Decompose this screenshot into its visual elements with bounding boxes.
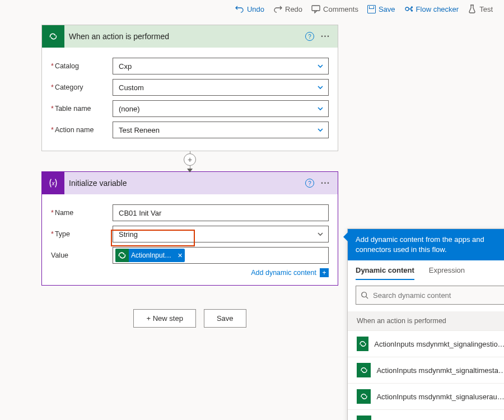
svg-point-1: [405, 7, 409, 11]
dc-item[interactable]: ActionInputs msdynmkt_signalingestiontim…: [348, 330, 504, 357]
trigger-menu-button[interactable]: ···: [318, 29, 333, 44]
dataverse-icon: [357, 363, 371, 377]
connector: +: [41, 151, 338, 171]
flow-checker-label: Flow checker: [416, 5, 459, 13]
trigger-help-button[interactable]: ?: [302, 29, 318, 44]
trigger-title: When an action is performed: [64, 32, 302, 41]
dc-item-label: ActionInputs msdynmkt_signalingestiontim…: [374, 340, 504, 348]
redo-button[interactable]: Redo: [273, 4, 302, 13]
category-dropdown[interactable]: Custom: [113, 79, 329, 96]
action-card: x Initialize variable ? ··· *Name *Type …: [41, 171, 338, 286]
flow-checker-button[interactable]: Flow checker: [404, 4, 459, 13]
action-title: Initialize variable: [64, 179, 302, 188]
top-toolbar: Undo Redo Comments Save Flow checker Tes…: [0, 0, 504, 18]
svg-text:x: x: [51, 180, 55, 186]
new-step-button[interactable]: + New step: [133, 309, 195, 328]
add-dynamic-content-link[interactable]: Add dynamic content +: [51, 268, 329, 277]
dc-item[interactable]: ActionInputs msdynmkt_profileid: [348, 409, 504, 420]
dc-hint: Add dynamic content from the apps and co…: [348, 229, 504, 260]
footer-buttons: + New step Save: [41, 309, 338, 328]
svg-rect-0: [312, 6, 320, 11]
type-dropdown[interactable]: String: [113, 226, 329, 242]
svg-point-3: [411, 10, 412, 11]
dc-search-box[interactable]: [356, 286, 504, 305]
dataverse-icon: [42, 25, 64, 48]
save-label: Save: [379, 5, 395, 13]
table-label: *Table name: [51, 105, 113, 113]
tab-expression[interactable]: Expression: [429, 266, 465, 280]
insert-step-button[interactable]: +: [184, 153, 196, 166]
svg-point-2: [411, 7, 412, 8]
dc-item[interactable]: ActionInputs msdynmkt_signaluserauthid: [348, 383, 504, 409]
dc-item-label: ActionInputs msdynmkt_signaltimestamp: [376, 366, 504, 375]
dc-group-header: When an action is performed: [348, 311, 504, 330]
table-dropdown[interactable]: (none): [113, 100, 329, 117]
action-body: *Name *Type String Value: [42, 194, 338, 285]
dataverse-icon: [357, 337, 368, 351]
name-input[interactable]: [113, 204, 329, 221]
variable-icon: x: [42, 172, 64, 194]
save-flow-button[interactable]: Save: [204, 309, 246, 328]
trigger-body: *Catalog Cxp *Category Custom: [42, 48, 338, 151]
action-name-label: *Action name: [51, 126, 113, 134]
dataverse-icon: [357, 416, 371, 420]
dynamic-content-panel: Add dynamic content from the apps and co…: [347, 228, 504, 420]
action-name-dropdown[interactable]: Test Reneen: [113, 122, 329, 138]
comments-label: Comments: [323, 5, 358, 13]
dynamic-token[interactable]: ActionInputs m... ✕: [115, 249, 185, 262]
save-button[interactable]: Save: [367, 5, 395, 13]
catalog-dropdown[interactable]: Cxp: [113, 58, 329, 74]
category-label: *Category: [51, 83, 113, 91]
tab-dynamic-content[interactable]: Dynamic content: [356, 266, 414, 280]
token-text: ActionInputs m...: [129, 251, 175, 259]
action-header[interactable]: x Initialize variable ? ···: [42, 172, 338, 194]
search-icon: [361, 291, 368, 299]
dc-item[interactable]: ActionInputs msdynmkt_signaltimestamp: [348, 357, 504, 383]
plus-icon: +: [320, 268, 329, 277]
svg-point-5: [362, 292, 367, 297]
trigger-card: When an action is performed ? ··· *Catal…: [41, 25, 338, 151]
trigger-header[interactable]: When an action is performed ? ···: [42, 25, 338, 48]
dc-search-input[interactable]: [373, 291, 502, 300]
catalog-label: *Catalog: [51, 62, 113, 70]
action-help-button[interactable]: ?: [302, 175, 318, 191]
undo-button[interactable]: Undo: [235, 4, 264, 13]
comments-button[interactable]: Comments: [311, 4, 358, 13]
token-remove-button[interactable]: ✕: [175, 249, 185, 262]
value-label: Value: [51, 251, 113, 259]
save-icon: [367, 5, 376, 13]
test-button[interactable]: Test: [468, 4, 493, 13]
dc-tabs: Dynamic content Expression: [348, 260, 504, 280]
type-label: *Type: [51, 230, 113, 238]
token-source-icon: [115, 249, 129, 262]
arrow-down-icon: [187, 169, 193, 172]
action-menu-button[interactable]: ···: [318, 175, 333, 191]
test-label: Test: [479, 5, 493, 13]
undo-label: Undo: [247, 5, 264, 13]
redo-label: Redo: [285, 5, 302, 13]
dc-item-label: ActionInputs msdynmkt_signaluserauthid: [376, 393, 504, 401]
dataverse-icon: [357, 389, 371, 404]
value-input[interactable]: ActionInputs m... ✕: [113, 247, 329, 264]
name-label: *Name: [51, 209, 113, 217]
